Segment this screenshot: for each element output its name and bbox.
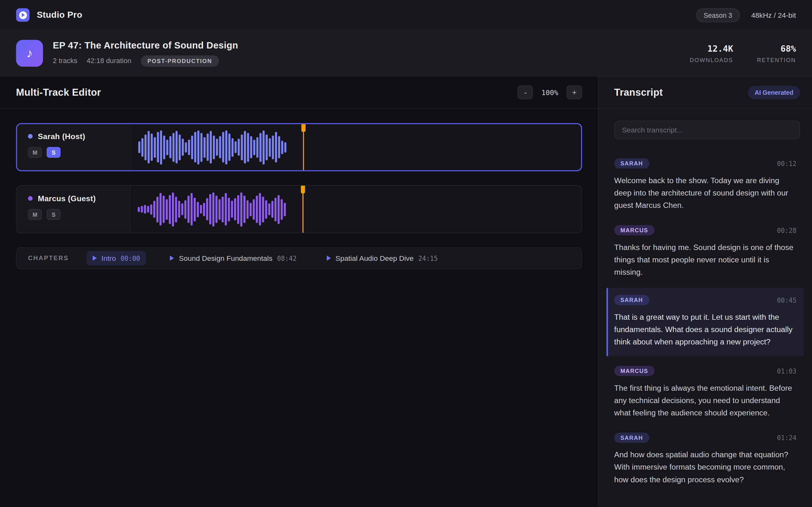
stat-downloads: 12.4K DOWNLOADS <box>690 44 733 63</box>
transcript-panel: Transcript AI Generated SARAH 00:12 Welc… <box>598 77 812 507</box>
chapters-label: CHAPTERS <box>28 255 69 262</box>
solo-button[interactable]: S <box>47 147 61 158</box>
playhead-handle[interactable] <box>301 186 305 193</box>
solo-button[interactable]: S <box>47 209 61 220</box>
chapter-title: Intro <box>101 254 116 262</box>
entry-timestamp: 01:24 <box>777 434 797 441</box>
play-icon <box>327 256 331 261</box>
zoom-controls: - 100% + <box>518 85 582 99</box>
zoom-out-button[interactable]: - <box>518 85 533 99</box>
waveform <box>131 186 581 233</box>
downloads-label: DOWNLOADS <box>690 57 733 63</box>
downloads-value: 12.4K <box>690 44 733 54</box>
zoom-in-button[interactable]: + <box>566 85 582 99</box>
episode-stats: 12.4K DOWNLOADS 68% RETENTION <box>690 44 796 63</box>
entry-text: And how does spatial audio change that e… <box>614 449 797 486</box>
search-input[interactable] <box>614 120 800 139</box>
duration-label: 42:18 duration <box>87 57 131 65</box>
editor-header: Multi-Track Editor - 100% + <box>0 77 598 109</box>
chapters-bar: CHAPTERS Intro 00:00 Sound Design Fundam… <box>16 247 582 269</box>
speaker-badge: SARAH <box>614 433 649 443</box>
topbar: Studio Pro Season 3 48kHz / 24-bit <box>0 0 812 31</box>
play-icon <box>170 256 174 261</box>
entry-timestamp: 00:45 <box>777 296 797 304</box>
track-color-dot <box>28 134 33 139</box>
track-name: Sarah (Host) <box>38 132 85 141</box>
mute-button[interactable]: M <box>28 147 42 158</box>
transcript-list: SARAH 00:12 Welcome back to the show. To… <box>599 149 812 507</box>
playhead[interactable] <box>303 124 304 170</box>
entry-text: Welcome back to the show. Today we are d… <box>614 174 797 212</box>
audio-format-label: 48kHz / 24-bit <box>751 11 796 19</box>
track-marcus[interactable]: Marcus (Guest) M S <box>16 185 582 233</box>
waveform <box>131 124 581 170</box>
editor-title: Multi-Track Editor <box>16 87 101 98</box>
waveform-region[interactable] <box>131 186 581 233</box>
ai-generated-badge: AI Generated <box>748 86 800 99</box>
episode-meta: 2 tracks 42:18 duration POST-PRODUCTION <box>53 55 680 66</box>
track-info: Sarah (Host) M S <box>17 124 131 170</box>
tracks-area: Sarah (Host) M S <box>0 109 598 269</box>
chapter-time: 24:15 <box>418 254 438 262</box>
stat-retention: 68% RETENTION <box>757 44 796 63</box>
transcript-header: Transcript AI Generated <box>599 77 812 109</box>
playhead[interactable] <box>302 186 303 233</box>
speaker-badge: MARCUS <box>614 225 654 235</box>
topbar-right: Season 3 48kHz / 24-bit <box>696 8 796 22</box>
app-window: Studio Pro Season 3 48kHz / 24-bit ♪ EP … <box>0 0 812 507</box>
play-icon <box>93 256 97 261</box>
mute-button[interactable]: M <box>28 209 42 220</box>
track-info: Marcus (Guest) M S <box>16 186 131 233</box>
speaker-badge: MARCUS <box>614 366 654 376</box>
transcript-entry[interactable]: SARAH 01:24 And how does spatial audio c… <box>599 426 812 493</box>
chapter-title: Spatial Audio Deep Dive <box>335 254 414 262</box>
entry-timestamp: 00:28 <box>777 226 797 234</box>
retention-label: RETENTION <box>757 57 796 63</box>
chapter-intro[interactable]: Intro 00:00 <box>86 251 146 266</box>
entry-text: Thanks for having me. Sound design is on… <box>614 241 797 279</box>
speaker-badge: SARAH <box>614 295 649 305</box>
playhead-handle[interactable] <box>301 124 305 132</box>
entry-text: That is a great way to put it. Let us st… <box>614 311 797 348</box>
chapter-time: 08:42 <box>277 254 297 262</box>
track-name: Marcus (Guest) <box>38 194 96 203</box>
episode-header: ♪ EP 47: The Architecture of Sound Desig… <box>0 31 812 76</box>
track-color-dot <box>28 196 33 201</box>
season-badge: Season 3 <box>696 8 740 22</box>
chapter-title: Sound Design Fundamentals <box>179 254 272 262</box>
status-badge: POST-PRODUCTION <box>141 55 218 66</box>
transcript-title: Transcript <box>614 87 663 98</box>
brand: Studio Pro <box>16 8 83 21</box>
zoom-level: 100% <box>542 88 558 96</box>
app-name: Studio Pro <box>37 10 83 20</box>
app-logo-icon <box>16 8 30 21</box>
chapter-time: 00:00 <box>120 254 140 262</box>
entry-timestamp: 01:03 <box>777 367 797 375</box>
transcript-entry[interactable]: MARCUS 00:28 Thanks for having me. Sound… <box>599 218 812 285</box>
entry-text: The first thing is always the emotional … <box>614 382 797 419</box>
track-sarah[interactable]: Sarah (Host) M S <box>16 123 582 171</box>
transcript-entry[interactable]: MARCUS 01:03 The first thing is always t… <box>599 359 812 426</box>
entry-timestamp: 00:12 <box>777 160 797 167</box>
transcript-entry[interactable]: SARAH 00:12 Welcome back to the show. To… <box>599 152 812 218</box>
episode-info: EP 47: The Architecture of Sound Design … <box>53 40 680 66</box>
multi-track-editor: Multi-Track Editor - 100% + Sarah (Host) <box>0 77 598 507</box>
transcript-search <box>599 109 812 149</box>
speaker-badge: SARAH <box>614 158 649 169</box>
main-content: Multi-Track Editor - 100% + Sarah (Host) <box>0 77 812 507</box>
waveform-region[interactable] <box>131 124 581 170</box>
tracks-count: 2 tracks <box>53 57 78 65</box>
chapter-spatial-audio-deep-dive[interactable]: Spatial Audio Deep Dive 24:15 <box>320 251 444 266</box>
episode-music-icon: ♪ <box>16 40 43 67</box>
chapter-sound-design-fundamentals[interactable]: Sound Design Fundamentals 08:42 <box>164 251 303 266</box>
retention-value: 68% <box>757 44 796 54</box>
episode-title: EP 47: The Architecture of Sound Design <box>53 40 680 51</box>
transcript-entry-active[interactable]: SARAH 00:45 That is a great way to put i… <box>606 288 804 356</box>
